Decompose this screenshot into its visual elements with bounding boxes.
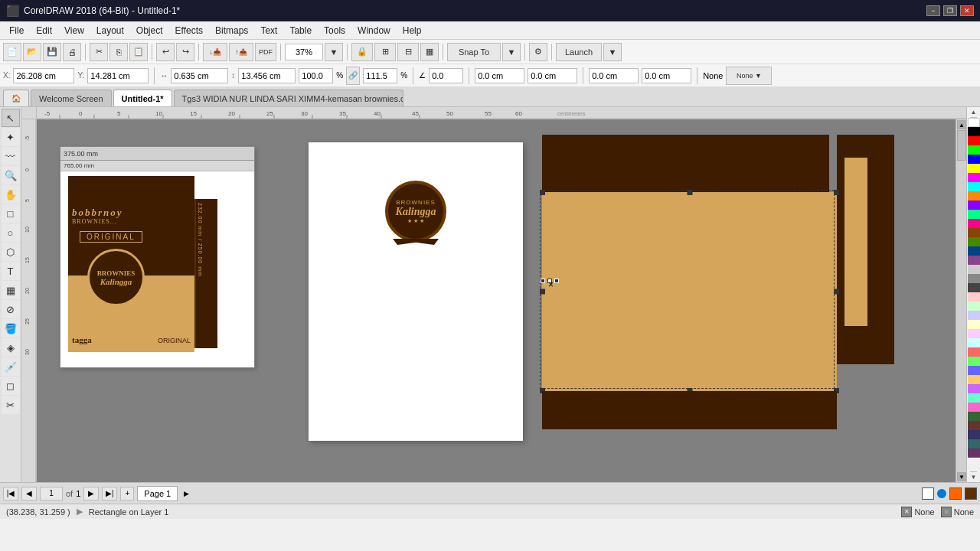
color-darkgreen[interactable] (968, 412, 980, 421)
menu-text[interactable]: Text (254, 24, 283, 37)
import-button[interactable]: ↓📥 (203, 43, 227, 61)
menu-table[interactable]: Table (283, 24, 318, 37)
grid-button[interactable]: ▦ (420, 43, 439, 61)
pos-x2-input[interactable] (589, 68, 639, 83)
color-teal[interactable] (968, 439, 980, 448)
layer-btn[interactable] (922, 487, 934, 500)
color-periwinkle[interactable] (968, 366, 980, 375)
zoom-tool[interactable]: 🔍 (2, 166, 20, 184)
fill-dropdown[interactable]: None ▼ (726, 67, 772, 85)
color-white[interactable] (968, 118, 980, 127)
page-tab-1[interactable]: Page 1 (137, 486, 178, 501)
color-gold[interactable] (968, 375, 980, 384)
menu-view[interactable]: View (58, 24, 90, 37)
color-purple[interactable] (968, 201, 980, 210)
color-lightcyan[interactable] (968, 338, 980, 347)
color-red[interactable] (968, 136, 980, 145)
color-darkgray[interactable] (968, 283, 980, 292)
polygon-tool[interactable]: ⬡ (2, 243, 20, 261)
scroll-down-btn[interactable]: ▼ (957, 472, 966, 481)
menu-window[interactable]: Window (351, 24, 397, 37)
select-tool[interactable]: ↖ (2, 109, 20, 127)
menu-file[interactable]: File (3, 24, 30, 37)
color-gray[interactable] (968, 274, 980, 283)
snap-dropdown[interactable]: ▼ (502, 43, 521, 61)
color-lightpink[interactable] (968, 329, 980, 338)
open-button[interactable]: 📂 (23, 43, 41, 61)
color-lightgreen[interactable] (968, 302, 980, 311)
color-darkblue[interactable] (968, 430, 980, 439)
color-lime[interactable] (968, 145, 980, 155)
freehand-tool[interactable]: 〰 (2, 147, 20, 165)
tab-file[interactable]: Tgs3 WIDIA NUR LINDA SARI XIMM4-kemasan … (174, 90, 403, 106)
eyedropper-tool[interactable]: 💉 (2, 357, 20, 376)
color-magenta[interactable] (968, 173, 980, 182)
redo-button[interactable]: ↪ (176, 43, 194, 61)
color-navy[interactable] (968, 246, 980, 256)
zoom-input[interactable]: 37% (285, 44, 323, 60)
color-lightgray[interactable] (968, 265, 980, 274)
launch-dropdown[interactable]: ▼ (603, 43, 622, 61)
text-tool[interactable]: T (2, 262, 20, 280)
color-blue[interactable] (968, 155, 980, 164)
palette-scroll-up[interactable]: ▲ (970, 107, 978, 118)
menu-object[interactable]: Object (130, 24, 169, 37)
minimize-button[interactable]: − (926, 5, 940, 16)
color-brown[interactable] (968, 228, 980, 237)
undo-button[interactable]: ↩ (156, 43, 175, 61)
scale-w-input[interactable] (299, 68, 333, 83)
color-lightblue[interactable] (968, 311, 980, 320)
pos-y-input[interactable] (528, 68, 577, 83)
close-button[interactable]: ✕ (960, 5, 974, 16)
color-pink[interactable] (968, 219, 980, 228)
y-input[interactable] (87, 68, 149, 83)
scroll-thumb-v[interactable] (957, 130, 966, 161)
options-button[interactable]: ⚙ (529, 43, 547, 61)
color-lightyellow[interactable] (968, 320, 980, 329)
page-first-btn[interactable]: |◀ (3, 487, 18, 500)
copy-button[interactable]: ⎘ (109, 43, 128, 61)
new-button[interactable]: 📄 (3, 43, 21, 61)
v-scrollbar[interactable]: ▲ ▼ (956, 119, 966, 482)
tab-untitled[interactable]: Untitled-1* (113, 90, 172, 106)
pos-y2-input[interactable] (642, 68, 691, 83)
menu-tools[interactable]: Tools (318, 24, 351, 37)
rect-tool[interactable]: □ (2, 204, 20, 223)
scale-h-input[interactable] (363, 68, 397, 83)
distribute-button[interactable]: ⊟ (397, 43, 419, 61)
cut-button[interactable]: ✂ (90, 43, 108, 61)
align-button[interactable]: ⊞ (374, 43, 396, 61)
color-lightred[interactable] (968, 292, 980, 302)
smart-fill-tool[interactable]: ◈ (2, 338, 20, 357)
launch-btn[interactable]: Launch (556, 43, 602, 61)
ellipse-tool[interactable]: ○ (2, 223, 20, 242)
outline-color-box[interactable] (965, 487, 977, 500)
shape-tool[interactable]: ✦ (2, 128, 20, 146)
palette-scroll-down[interactable]: ▼ (970, 471, 978, 482)
scroll-up-btn[interactable]: ▲ (957, 120, 966, 129)
color-cyan[interactable] (968, 182, 980, 191)
color-olive[interactable] (968, 237, 980, 246)
parallel-tool[interactable]: ⊘ (2, 300, 20, 318)
color-salmon[interactable] (968, 347, 980, 357)
save-button[interactable]: 💾 (43, 43, 61, 61)
table-tool[interactable]: ▦ (2, 281, 20, 299)
page-next-btn[interactable]: ▶ (83, 487, 99, 500)
color-darkred[interactable] (968, 421, 980, 430)
page-prev-btn[interactable]: ◀ (21, 487, 37, 500)
tab-home[interactable]: 🏠 (3, 90, 29, 106)
menu-effects[interactable]: Effects (169, 24, 209, 37)
color-plum[interactable] (968, 256, 980, 265)
color-yellow[interactable] (968, 164, 980, 173)
fill-color-box[interactable] (949, 487, 962, 500)
pos-x-input[interactable] (475, 68, 524, 83)
color-indigo[interactable] (968, 448, 980, 458)
color-spring-green[interactable] (968, 210, 980, 219)
color-aquamarine[interactable] (968, 393, 980, 403)
page-tab-scroll[interactable]: ▶ (181, 487, 191, 500)
lock-ratio-btn[interactable]: 🔗 (346, 67, 360, 85)
tab-welcome[interactable]: Welcome Screen (31, 90, 112, 106)
x-input[interactable] (13, 68, 74, 83)
color-black[interactable] (968, 127, 980, 136)
width-input[interactable] (171, 68, 228, 83)
